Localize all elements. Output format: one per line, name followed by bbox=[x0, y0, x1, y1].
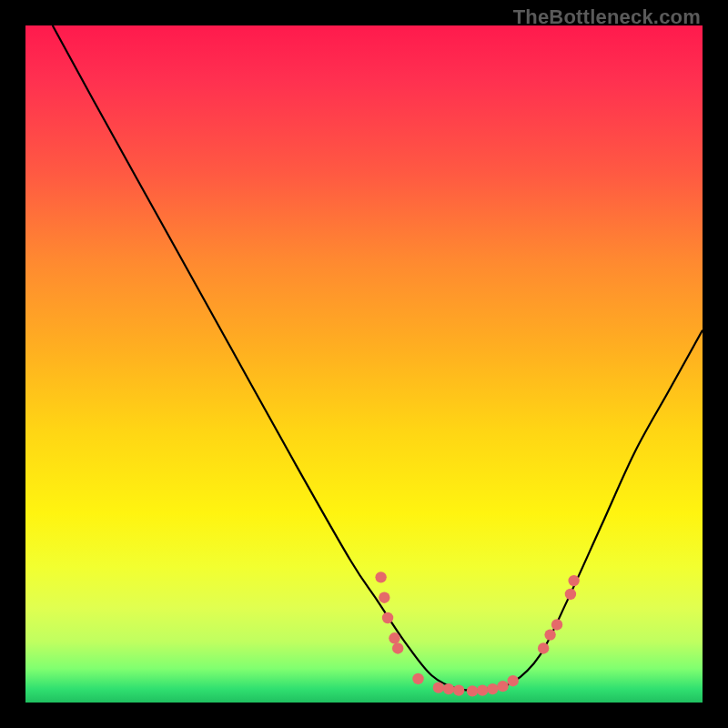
scatter-point bbox=[497, 681, 508, 692]
scatter-point bbox=[433, 682, 444, 693]
scatter-point bbox=[538, 642, 549, 653]
chart-stage: TheBottleneck.com bbox=[0, 0, 728, 728]
scatter-point bbox=[382, 612, 393, 623]
scatter-point bbox=[487, 683, 498, 694]
scatter-point bbox=[392, 642, 403, 653]
scatter-point bbox=[412, 673, 423, 684]
scatter-point bbox=[453, 684, 464, 695]
scatter-point bbox=[443, 683, 454, 694]
scatter-point bbox=[551, 619, 562, 630]
plot-area bbox=[25, 25, 703, 703]
scatter-point bbox=[467, 685, 478, 696]
scatter-point bbox=[507, 675, 518, 686]
scatter-point bbox=[379, 592, 389, 602]
scatter-point bbox=[544, 629, 555, 640]
scatter-point bbox=[389, 632, 399, 643]
scatter-point bbox=[477, 684, 488, 695]
scatter-points bbox=[375, 571, 579, 696]
chart-svg bbox=[25, 25, 703, 703]
scatter-point bbox=[568, 575, 579, 586]
scatter-point bbox=[375, 571, 386, 582]
scatter-point bbox=[565, 589, 576, 600]
bottleneck-curve bbox=[53, 25, 703, 691]
